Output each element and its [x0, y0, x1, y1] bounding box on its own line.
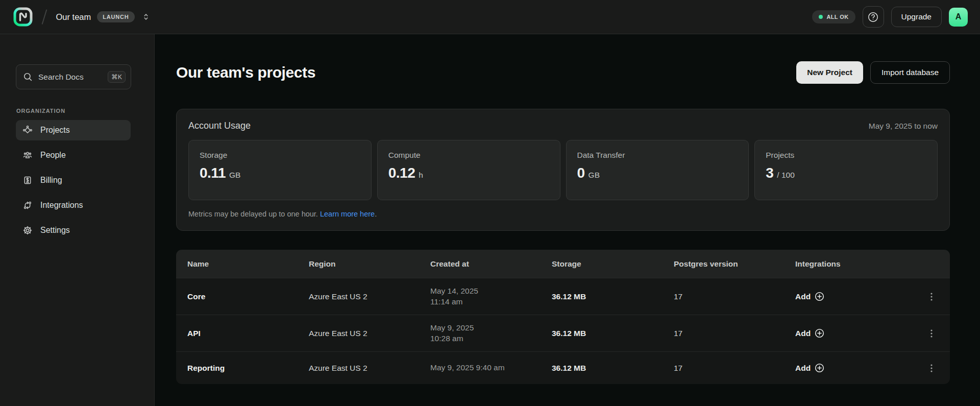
- project-storage: 36.12 MB: [552, 329, 674, 338]
- help-button[interactable]: [863, 6, 884, 28]
- sidebar-nav: Projects People: [0, 120, 154, 241]
- project-created-at: May 14, 2025 11:14 am: [430, 286, 552, 307]
- sidebar-item-label: Billing: [40, 176, 62, 185]
- created-date: May 9, 2025: [430, 323, 552, 333]
- status-badge-label: ALL OK: [826, 14, 848, 20]
- project-storage: 36.12 MB: [552, 292, 674, 301]
- project-postgres-version: 17: [674, 292, 795, 301]
- metric-tile-data-transfer: Data Transfer 0 GB: [566, 140, 749, 200]
- billing-icon: [22, 175, 33, 185]
- metric-label: Data Transfer: [577, 151, 738, 160]
- project-postgres-version: 17: [674, 329, 795, 338]
- project-created-at: May 9, 2025 9:40 am: [430, 363, 552, 373]
- table-row[interactable]: API Azure East US 2 May 9, 2025 10:28 am…: [176, 315, 950, 351]
- column-header-name: Name: [187, 259, 309, 269]
- search-shortcut-badge: ⌘K: [108, 71, 126, 83]
- metric-unit: h: [419, 171, 423, 180]
- metric-unit: / 100: [777, 171, 794, 180]
- sidebar-item-label: Settings: [40, 226, 70, 235]
- metric-tile-storage: Storage 0.11 GB: [188, 140, 372, 200]
- metric-label: Storage: [200, 151, 360, 160]
- usage-note: Metrics may be delayed up to one hour. L…: [188, 210, 938, 218]
- sidebar-item-label: People: [40, 151, 66, 160]
- breadcrumb-divider: [42, 9, 47, 24]
- integrations-icon: [22, 200, 33, 210]
- add-integration-label: Add: [795, 364, 811, 373]
- column-header-storage: Storage: [552, 259, 674, 269]
- created-time: 11:14 am: [430, 297, 552, 307]
- row-menu-button[interactable]: [924, 361, 939, 376]
- topbar-actions: ALL OK Upgrade A: [812, 6, 968, 28]
- settings-icon: [22, 225, 33, 235]
- usage-note-text: Metrics may be delayed up to one hour.: [188, 210, 318, 218]
- chevron-updown-icon: [141, 12, 151, 22]
- add-integration-button[interactable]: Add: [795, 291, 916, 302]
- search-docs-label: Search Docs: [38, 73, 84, 82]
- sidebar: Search Docs ⌘K ORGANIZATION Projects: [0, 34, 155, 406]
- add-integration-label: Add: [795, 292, 811, 301]
- sidebar-item-integrations[interactable]: Integrations: [16, 195, 131, 216]
- sidebar-item-label: Integrations: [40, 201, 83, 210]
- search-icon: [23, 72, 33, 82]
- row-menu-button[interactable]: [924, 289, 939, 304]
- metric-value: 0: [577, 165, 585, 181]
- column-header-postgres-version: Postgres version: [674, 259, 795, 269]
- import-database-button[interactable]: Import database: [870, 61, 950, 84]
- circle-plus-icon: [814, 363, 825, 373]
- project-region: Azure East US 2: [309, 292, 430, 301]
- metric-unit: GB: [229, 171, 240, 180]
- projects-table: Name Region Created at Storage Postgres …: [176, 250, 950, 384]
- kebab-menu-icon: [927, 292, 936, 301]
- column-header-region: Region: [309, 259, 430, 269]
- metric-tile-projects: Projects 3 / 100: [754, 140, 938, 200]
- table-row[interactable]: Core Azure East US 2 May 14, 2025 11:14 …: [176, 278, 950, 315]
- metric-label: Projects: [766, 151, 926, 160]
- add-integration-button[interactable]: Add: [795, 328, 916, 339]
- table-header-row: Name Region Created at Storage Postgres …: [176, 250, 950, 278]
- metric-value: 0.12: [388, 165, 415, 181]
- project-name[interactable]: API: [187, 329, 309, 338]
- column-header-created-at: Created at: [430, 259, 552, 269]
- learn-more-link[interactable]: Learn more here: [320, 210, 375, 218]
- projects-icon: [22, 125, 33, 135]
- upgrade-button[interactable]: Upgrade: [891, 7, 942, 27]
- page-title: Our team's projects: [176, 64, 315, 81]
- project-name[interactable]: Reporting: [187, 364, 309, 373]
- new-project-button[interactable]: New Project: [796, 61, 863, 84]
- project-name[interactable]: Core: [187, 292, 309, 301]
- sidebar-item-people[interactable]: People: [16, 145, 131, 165]
- main-content: Our team's projects New Project Import d…: [155, 34, 980, 406]
- team-selector[interactable]: Our team LAUNCH: [56, 11, 151, 22]
- neon-logo-icon[interactable]: [13, 7, 33, 27]
- usage-period: May 9, 2025 to now: [869, 122, 938, 131]
- sidebar-item-label: Projects: [40, 126, 70, 135]
- metric-tile-compute: Compute 0.12 h: [377, 140, 560, 200]
- usage-card-title: Account Usage: [188, 121, 251, 131]
- people-icon: [22, 150, 33, 160]
- project-region: Azure East US 2: [309, 364, 430, 373]
- created-time: 10:28 am: [430, 333, 552, 344]
- sidebar-section-label: ORGANIZATION: [16, 108, 154, 114]
- row-menu-button[interactable]: [924, 326, 939, 341]
- column-header-integrations: Integrations: [795, 259, 916, 269]
- kebab-menu-icon: [927, 329, 936, 338]
- status-dot-icon: [819, 15, 823, 19]
- metric-value: 3: [766, 165, 773, 181]
- metric-value: 0.11: [200, 165, 226, 181]
- status-badge[interactable]: ALL OK: [812, 10, 855, 23]
- circle-plus-icon: [814, 291, 825, 302]
- project-postgres-version: 17: [674, 364, 795, 373]
- sidebar-item-billing[interactable]: Billing: [16, 170, 131, 190]
- sidebar-item-projects[interactable]: Projects: [16, 120, 131, 140]
- search-docs-input[interactable]: Search Docs ⌘K: [16, 64, 131, 89]
- sidebar-item-settings[interactable]: Settings: [16, 220, 131, 241]
- top-bar: Our team LAUNCH ALL OK Upgrade A: [0, 0, 980, 34]
- metric-unit: GB: [589, 171, 600, 180]
- plan-badge: LAUNCH: [97, 11, 134, 22]
- avatar[interactable]: A: [949, 8, 968, 27]
- add-integration-button[interactable]: Add: [795, 363, 916, 373]
- table-row[interactable]: Reporting Azure East US 2 May 9, 2025 9:…: [176, 351, 950, 384]
- created-date: May 14, 2025: [430, 286, 552, 297]
- account-usage-card: Account Usage May 9, 2025 to now Storage…: [176, 109, 950, 231]
- project-created-at: May 9, 2025 10:28 am: [430, 323, 552, 344]
